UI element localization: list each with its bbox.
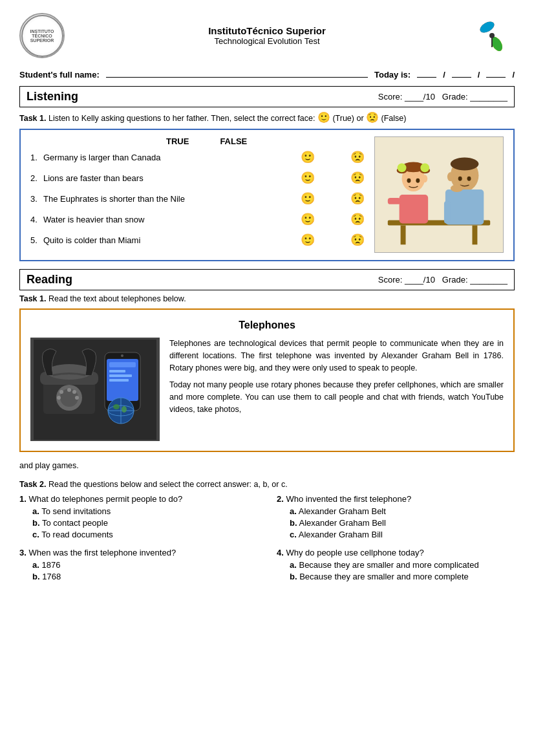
svg-point-34 (47, 364, 92, 380)
svg-point-16 (458, 177, 462, 181)
svg-point-17 (467, 177, 471, 181)
true-face[interactable]: 🙂 (301, 150, 315, 164)
svg-rect-15 (444, 201, 451, 224)
svg-point-28 (416, 178, 420, 183)
svg-rect-46 (109, 362, 136, 367)
svg-rect-14 (445, 189, 484, 224)
pinwheel-icon (473, 16, 511, 55)
pinwheel-logo (469, 13, 515, 58)
listening-items: TRUE FALSE 1. Germany is larger than Can… (30, 136, 365, 254)
question-3: 3. When was the first telephone invented… (19, 548, 257, 557)
svg-point-55 (122, 406, 127, 413)
listening-task1-instruction: Task 1. Listen to Kelly asking questions… (19, 111, 515, 124)
item-number: 5. (30, 235, 43, 245)
option-text: Because they are smaller and more comple… (299, 572, 469, 581)
task1-bold: Task 1. (19, 114, 46, 123)
list-item: 2. Lions are faster than bears 🙂 😟 (30, 171, 365, 185)
student-name-label: Student's full name: (19, 70, 100, 80)
svg-point-54 (113, 404, 120, 409)
svg-point-41 (57, 396, 61, 400)
option-text: Alexander Graham Bell (299, 518, 385, 528)
date-sep2: / (478, 70, 480, 80)
option-letter: a. (290, 506, 297, 516)
question-4-col: 4. Why do people use cellphone today? a.… (277, 548, 515, 583)
face-group: 🙂 😟 (301, 233, 365, 247)
item-text: Germany is larger than Canada (43, 153, 294, 162)
listening-score-label: Score: ____/10 (378, 92, 435, 102)
task2-bold: Task 2. (19, 480, 46, 489)
svg-point-25 (398, 163, 407, 172)
student-name-input[interactable] (106, 66, 368, 78)
col-true-header: TRUE (166, 136, 189, 146)
listening-section-header: Listening Score: ____/10 Grade: ________ (19, 86, 515, 107)
svg-point-37 (67, 388, 71, 392)
q3-number: 3. (19, 548, 27, 557)
reading-title: Reading (27, 273, 72, 286)
list-item: 1. Germany is larger than Canada 🙂 😟 (30, 150, 365, 164)
school-seal-logo: INSTITUTOTÉCNICOSUPERIOR (19, 13, 65, 58)
reading-task1-bold: Task 1. (19, 294, 46, 303)
listening-score-grade: Score: ____/10 Grade: ________ (378, 92, 507, 102)
false-face[interactable]: 😟 (350, 233, 365, 247)
q1-text: What do telephones permit people to do? (28, 494, 182, 504)
svg-rect-47 (109, 370, 125, 373)
item-number: 1. (30, 153, 43, 162)
listening-title: Listening (27, 90, 78, 103)
list-item: b. Because they are smaller and more com… (290, 572, 515, 581)
student-info-row: Student's full name: Today is: / / / (19, 66, 515, 80)
date-day[interactable] (417, 66, 436, 78)
reading-overflow-text: and play games. (19, 460, 515, 472)
svg-point-40 (59, 390, 63, 394)
option-text: To send invitations (41, 506, 111, 516)
false-face[interactable]: 😟 (350, 191, 365, 206)
true-face[interactable]: 🙂 (301, 212, 315, 226)
list-item: a. Alexander Graham Belt (290, 506, 515, 516)
false-face[interactable]: 😟 (350, 171, 365, 185)
q2-options: a. Alexander Graham Belt b. Alexander Gr… (290, 506, 515, 539)
reading-grade-label: Grade: ________ (442, 275, 507, 285)
svg-point-27 (407, 178, 411, 183)
father-daughter-illustration (375, 136, 503, 253)
date-year[interactable] (486, 66, 506, 78)
date-sep3: / (512, 70, 515, 80)
true-face-label: (True) or (332, 114, 363, 123)
false-face[interactable]: 😟 (350, 150, 365, 164)
list-item: b. Alexander Graham Bell (290, 518, 515, 528)
listening-col-headers: TRUE FALSE (166, 136, 365, 146)
list-item: b. 1768 (32, 572, 257, 581)
question-4: 4. Why do people use cellphone today? (277, 548, 515, 557)
svg-point-26 (420, 163, 429, 172)
true-face[interactable]: 🙂 (301, 233, 315, 247)
reading-section-header: Reading Score: ____/10 Grade: ________ (19, 269, 515, 290)
reading-paragraph-container: Telephones are technological devices tha… (169, 338, 504, 441)
svg-point-18 (447, 172, 454, 181)
reading-task1-instruction: Task 1. Read the text about telephones b… (19, 294, 515, 303)
svg-point-38 (72, 390, 76, 394)
question-3-col: 3. When was the first telephone invented… (19, 548, 257, 583)
svg-rect-48 (109, 374, 132, 377)
true-face-icon: 🙂 (317, 112, 330, 123)
face-group: 🙂 😟 (301, 191, 365, 206)
option-letter: b. (290, 518, 297, 528)
listening-box: TRUE FALSE 1. Germany is larger than Can… (19, 129, 515, 261)
svg-rect-5 (491, 36, 493, 47)
q1-number: 1. (19, 494, 27, 504)
svg-point-2 (478, 19, 497, 35)
reading-score-grade: Score: ____/10 Grade: ________ (378, 275, 507, 285)
list-item: b. To contact people (32, 518, 257, 528)
list-item: c. Alexander Graham Bill (290, 530, 515, 539)
face-group: 🙂 😟 (301, 212, 365, 226)
option-letter: a. (32, 506, 39, 516)
option-text: Because they are smaller and more compli… (299, 560, 478, 570)
question-2-col: 2. Who invented the first telephone? a. … (277, 494, 515, 541)
face-group: 🙂 😟 (301, 171, 365, 185)
header-center: InstitutoTécnico Superior Technological … (65, 25, 469, 46)
true-face[interactable]: 🙂 (301, 171, 315, 185)
option-letter: c. (290, 530, 297, 539)
false-face[interactable]: 😟 (350, 212, 365, 226)
true-face[interactable]: 🙂 (301, 191, 315, 206)
date-month[interactable] (452, 66, 471, 78)
col-false-header: FALSE (220, 136, 247, 146)
q4-text: Why do people use cellphone today? (286, 548, 423, 557)
today-label: Today is: (374, 70, 411, 80)
